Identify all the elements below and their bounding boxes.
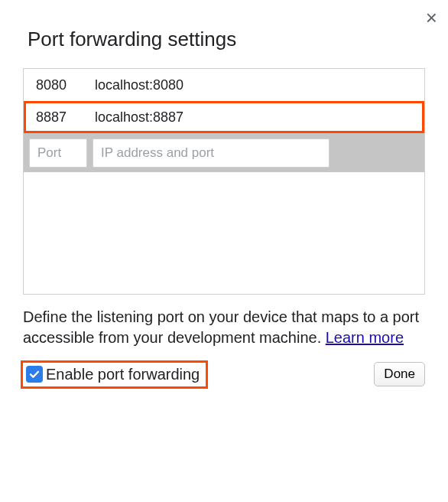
port-input[interactable] [29, 139, 87, 168]
enable-port-forwarding-toggle[interactable]: Enable port forwarding [23, 363, 206, 386]
port-value: 8080 [30, 77, 95, 93]
port-value: 8887 [30, 109, 95, 126]
dialog-title: Port forwarding settings [23, 28, 425, 51]
port-row[interactable]: 8887 localhost:8887 [24, 101, 424, 133]
enable-label: Enable port forwarding [46, 366, 200, 383]
close-icon[interactable]: × [426, 8, 437, 28]
description-text: Define the listening port on your device… [23, 307, 425, 348]
address-input[interactable] [93, 139, 330, 168]
port-forwarding-list: 8080 localhost:8080 8887 localhost:8887 [23, 68, 425, 295]
dialog-footer: Enable port forwarding Done [23, 362, 425, 386]
new-rule-input-row [24, 133, 424, 172]
address-value: localhost:8080 [95, 77, 418, 93]
address-value: localhost:8887 [95, 109, 418, 126]
port-row[interactable]: 8080 localhost:8080 [24, 69, 424, 101]
checkbox-checked-icon [26, 366, 43, 383]
learn-more-link[interactable]: Learn more [326, 329, 404, 346]
done-button[interactable]: Done [374, 362, 425, 386]
